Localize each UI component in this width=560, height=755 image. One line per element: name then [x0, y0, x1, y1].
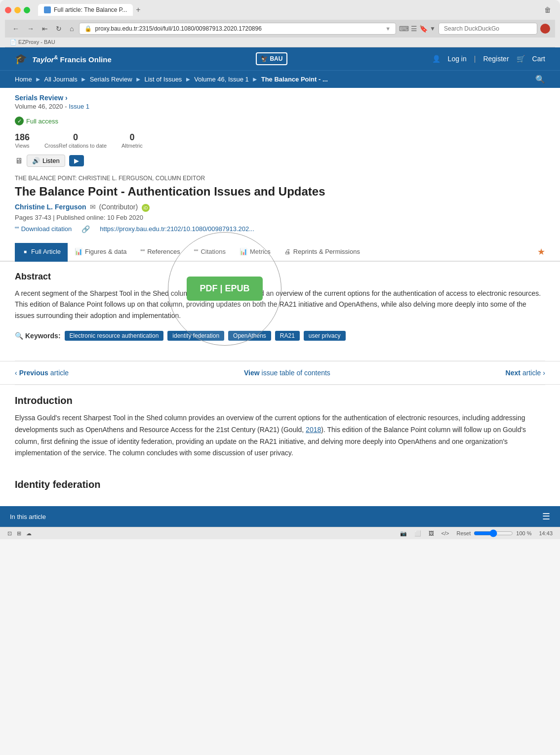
- view-toc-link[interactable]: View issue table of contents: [244, 369, 330, 377]
- window-control-trash[interactable]: 🗑: [544, 6, 551, 14]
- introduction-title: Introduction: [15, 395, 545, 406]
- play-icon: ▶: [74, 157, 79, 164]
- toolbar-dropdown[interactable]: ▼: [430, 25, 436, 32]
- tab-title: Full article: The Balance P...: [54, 6, 127, 13]
- bau-logo: 🦅 BAU: [256, 52, 287, 65]
- stats-row: 186 Views 0 CrossRef citations to date 0…: [0, 129, 560, 152]
- abstract-text: A recent segment of the Sharpest Tool in…: [15, 288, 545, 321]
- forward-button[interactable]: →: [25, 24, 37, 34]
- tab-references[interactable]: ““ References: [134, 243, 187, 262]
- logo-hat-icon: 🎓: [15, 53, 27, 65]
- check-icon: ✓: [15, 117, 24, 125]
- breadcrumb-list-issues[interactable]: List of Issues: [145, 76, 182, 83]
- browser-chrome: Full article: The Balance P... + 🗑 ← → ⇤…: [0, 0, 560, 47]
- keyword-openathens[interactable]: OpenAthens: [228, 331, 271, 341]
- search-icon[interactable]: 🔍: [535, 75, 545, 83]
- tab-figures-data[interactable]: 📊 Figures & data: [68, 243, 134, 262]
- login-link[interactable]: Log in: [448, 55, 467, 63]
- url-text: proxy.bau.edu.tr:2315/doi/full/10.1080/0…: [95, 25, 382, 32]
- full-access-badge: ✓ Full access: [15, 117, 545, 125]
- cart-link[interactable]: Cart: [532, 55, 545, 63]
- zoom-range[interactable]: [474, 529, 513, 537]
- next-article-link[interactable]: Next article ›: [506, 369, 545, 377]
- status-icon-code: </>: [441, 530, 449, 536]
- minimize-button[interactable]: [14, 7, 21, 13]
- close-button[interactable]: [5, 7, 11, 13]
- time-display: 14:43: [539, 530, 553, 536]
- search-input[interactable]: [444, 25, 532, 32]
- metrics-icon: 📊: [240, 248, 247, 255]
- back-button[interactable]: ←: [10, 24, 22, 34]
- url-bar[interactable]: 🔒 proxy.bau.edu.tr:2315/doi/full/10.1080…: [79, 23, 396, 35]
- pages-text: Pages 37-43: [15, 214, 51, 221]
- serials-review-link[interactable]: Serials Review ›: [15, 94, 68, 102]
- altmetric-stat: 0 Altmetric: [121, 132, 143, 149]
- keyword-privacy[interactable]: user privacy: [304, 331, 346, 341]
- toolbar-icon-2[interactable]: ☰: [411, 25, 417, 33]
- download-citation-link[interactable]: ““ Download citation: [15, 225, 72, 233]
- status-icon-2: ⊞: [17, 530, 21, 537]
- in-this-article-label: In this article: [10, 513, 46, 520]
- introduction-text: Elyssa Gould's recent Sharpest Tool in t…: [15, 412, 545, 459]
- register-link[interactable]: Register: [483, 55, 509, 63]
- search-icon-kw: 🔍: [15, 332, 23, 340]
- share-icon[interactable]: ★: [537, 246, 545, 257]
- download-citation-text: Download citation: [21, 225, 72, 233]
- status-left: ⊡ ⊞ ☁: [7, 530, 32, 537]
- crossref-label: CrossRef citations to date: [44, 143, 107, 149]
- tab-metrics[interactable]: 📊 Metrics: [233, 243, 278, 262]
- breadcrumb-volume[interactable]: Volume 46, Issue 1: [194, 76, 249, 83]
- sep-5: ►: [252, 76, 258, 83]
- active-tab[interactable]: Full article: The Balance P...: [38, 4, 133, 16]
- status-right: 📷 ⬜ 🖼 </> Reset 100 % 14:43: [400, 529, 553, 537]
- maximize-button[interactable]: [24, 7, 30, 13]
- author-link[interactable]: Christine L. Ferguson: [15, 203, 86, 211]
- listen-button[interactable]: 🔊 Listen: [27, 155, 65, 167]
- pdf-epub-button[interactable]: PDF | EPUB: [187, 277, 262, 301]
- bau-logo-text: BAU: [270, 55, 282, 62]
- views-count: 186: [15, 132, 30, 143]
- user-icon: 👤: [432, 55, 440, 63]
- views-label: Views: [15, 143, 30, 149]
- toolbar-icon-1[interactable]: ⌨: [399, 25, 409, 33]
- reload-button[interactable]: ↻: [53, 24, 64, 34]
- play-button[interactable]: ▶: [69, 155, 84, 166]
- views-stat: 186 Views: [15, 132, 30, 149]
- status-bar: ⊡ ⊞ ☁ 📷 ⬜ 🖼 </> Reset 100 % 14:43: [0, 527, 560, 539]
- breadcrumb-home[interactable]: Home: [15, 76, 32, 83]
- cart-icon: 🛒: [517, 55, 525, 63]
- doi-icon: 🔗: [81, 225, 90, 233]
- citation-row: ““ Download citation 🔗 https://proxy.bau…: [15, 225, 545, 233]
- reprints-icon: 🖨: [284, 248, 291, 255]
- toolbar-icon-3[interactable]: 🔖: [419, 25, 428, 33]
- author-role: (Contributor): [99, 203, 138, 211]
- content-area: PDF | EPUB Abstract A recent segment of …: [0, 262, 560, 360]
- header-actions: 👤 Log in | Register 🛒 Cart: [432, 55, 545, 63]
- hamburger-icon[interactable]: ☰: [542, 511, 550, 522]
- breadcrumb-serials-review[interactable]: Serials Review: [90, 76, 132, 83]
- skip-back-button[interactable]: ⇤: [40, 24, 50, 34]
- year-link[interactable]: 2018: [306, 426, 321, 434]
- home-button[interactable]: ⌂: [67, 24, 76, 34]
- volume-info: Volume 46, 2020 - Issue 1: [15, 103, 545, 110]
- previous-article-link[interactable]: ‹ Previous article: [15, 369, 69, 377]
- tab-full-article[interactable]: ■ Full Article: [15, 243, 68, 262]
- browser-toolbar: ← → ⇤ ↻ ⌂ 🔒 proxy.bau.edu.tr:2315/doi/fu…: [5, 20, 555, 38]
- divider-1: |: [474, 55, 476, 63]
- issue-link[interactable]: Issue 1: [69, 103, 89, 110]
- tab-favicon: [44, 6, 51, 13]
- new-tab-button[interactable]: +: [136, 5, 140, 14]
- sep-2: ►: [80, 76, 87, 83]
- reset-label[interactable]: Reset: [457, 530, 471, 536]
- breadcrumb-all-journals[interactable]: All Journals: [44, 76, 78, 83]
- altmetric-count: 0: [121, 132, 143, 143]
- keyword-electronic[interactable]: Electronic resource authentication: [65, 331, 164, 341]
- tab-citations[interactable]: ““ Citations: [187, 243, 233, 262]
- citations-icon: ““: [194, 248, 199, 255]
- keyword-identity[interactable]: identity federation: [167, 331, 224, 341]
- status-icon-monitor: ⬜: [414, 530, 421, 537]
- access-area: ✓ Full access: [0, 113, 560, 129]
- doi-link[interactable]: https://proxy.bau.edu.tr:2102/10.1080/00…: [100, 225, 254, 233]
- tab-reprints[interactable]: 🖨 Reprints & Permissions: [278, 243, 367, 262]
- keyword-ra21[interactable]: RA21: [275, 331, 300, 341]
